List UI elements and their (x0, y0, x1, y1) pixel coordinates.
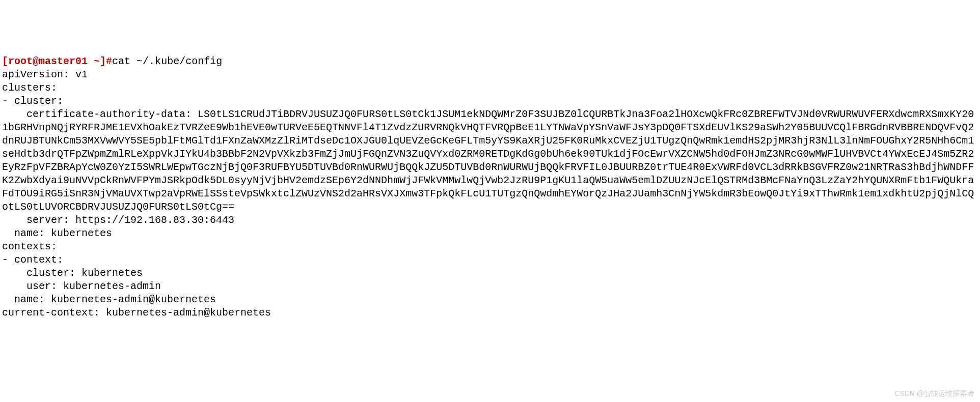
prompt-hash: # (106, 55, 112, 67)
prompt-close-bracket: ] (100, 55, 106, 67)
output-line-11: name: kubernetes-admin@kubernetes (2, 293, 978, 306)
prompt-open-bracket: [ (2, 55, 8, 67)
prompt-user: root (8, 55, 33, 67)
output-line-8: - context: (2, 253, 978, 267)
output-line-4: certificate-authority-data: LS0tLS1CRUdJ… (2, 108, 978, 214)
prompt-at: @ (33, 55, 39, 67)
terminal-output: [root@master01 ~]#cat ~/.kube/config api… (2, 55, 978, 320)
prompt-host: master01 (39, 55, 88, 67)
output-line-1: apiVersion: v1 (2, 68, 978, 81)
output-line-7: contexts: (2, 240, 978, 253)
output-line-6: name: kubernetes (2, 227, 978, 240)
output-line-10: user: kubernetes-admin (2, 280, 978, 293)
output-line-3: - cluster: (2, 95, 978, 108)
output-line-12: current-context: kubernetes-admin@kubern… (2, 306, 978, 320)
output-line-5: server: https://192.168.83.30:6443 (2, 214, 978, 227)
output-line-2: clusters: (2, 81, 978, 95)
watermark-text: CSDN @智能运维探索者 (894, 389, 974, 398)
prompt-path: ~ (88, 55, 100, 67)
command-text: cat ~/.kube/config (112, 55, 222, 67)
output-line-9: cluster: kubernetes (2, 267, 978, 280)
